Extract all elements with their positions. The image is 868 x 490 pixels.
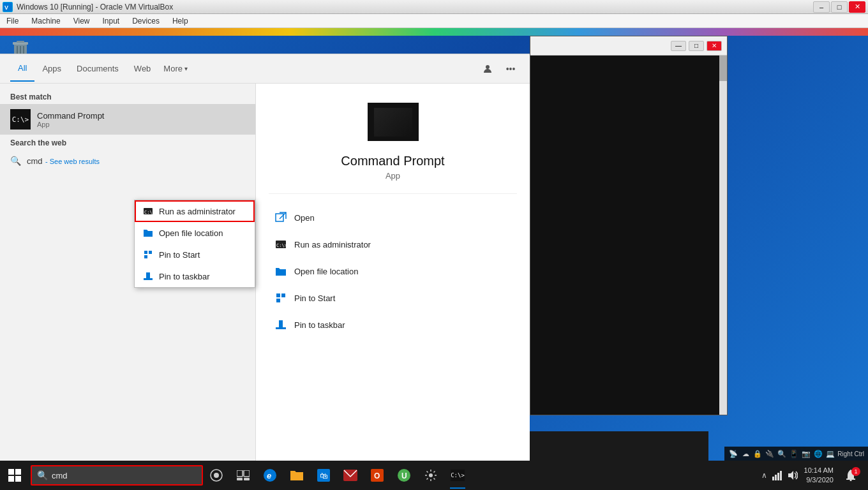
tray-notification-badge: 1 bbox=[851, 467, 860, 476]
detail-action-pin-start[interactable]: Pin to Start bbox=[269, 285, 517, 311]
svg-rect-56 bbox=[780, 471, 782, 480]
svg-rect-22 bbox=[144, 278, 153, 280]
tray-strip-icon-7[interactable]: 📷 bbox=[801, 449, 811, 459]
detail-cmd-icon bbox=[374, 108, 412, 137]
svg-marker-57 bbox=[788, 471, 793, 480]
vm-inner-close[interactable]: ✕ bbox=[707, 41, 722, 51]
search-web-header: Search the web bbox=[0, 135, 255, 150]
tab-all[interactable]: All bbox=[10, 56, 34, 82]
tray-strip-icon-2[interactable]: ☁ bbox=[740, 449, 751, 459]
detail-admin-icon: C:\> bbox=[274, 237, 288, 251]
svg-rect-19 bbox=[144, 251, 147, 254]
vm-inner-maximize[interactable]: □ bbox=[689, 41, 704, 51]
detail-pin-start-icon bbox=[274, 291, 288, 305]
tray-expand-button[interactable]: ∧ bbox=[760, 470, 768, 481]
tab-icons-group: ••• bbox=[479, 60, 520, 78]
vbox-menu-bar: File Machine View Input Devices Help bbox=[0, 14, 868, 28]
taskbar-settings-app[interactable] bbox=[417, 461, 444, 490]
vbox-menu-input[interactable]: Input bbox=[99, 15, 124, 27]
tray-strip-icon-8[interactable]: 🌐 bbox=[813, 449, 823, 459]
vbox-window-controls: – □ ✕ bbox=[813, 1, 865, 13]
vbox-menu-file[interactable]: File bbox=[3, 15, 22, 27]
vm-inner-window: — □ ✕ bbox=[530, 36, 728, 415]
taskbar-search-bar[interactable]: 🔍 bbox=[31, 465, 203, 486]
context-run-admin[interactable]: C:\> Run as administrator bbox=[135, 200, 255, 222]
detail-action-pin-taskbar[interactable]: Pin to taskbar bbox=[269, 311, 517, 338]
detail-action-open-location[interactable]: Open file location bbox=[269, 258, 517, 285]
svg-point-16 bbox=[486, 65, 490, 69]
tray-volume-icon[interactable] bbox=[786, 469, 799, 482]
context-open-location-label: Open file location bbox=[159, 228, 223, 238]
context-run-admin-icon: C:\> bbox=[142, 205, 154, 217]
tray-date: 9/3/2020 bbox=[804, 475, 834, 485]
vm-inner-minimize[interactable]: — bbox=[671, 41, 686, 51]
vbox-maximize-button[interactable]: □ bbox=[831, 1, 848, 13]
start-menu: All Apps Documents Web More ▾ ••• Best m… bbox=[0, 54, 530, 461]
tray-strip-icon-1[interactable]: 📡 bbox=[728, 449, 738, 459]
context-pin-taskbar-label: Pin to taskbar bbox=[159, 272, 210, 281]
taskbar-mail-app[interactable] bbox=[337, 461, 364, 490]
tray-strip-icon-3[interactable]: 🔒 bbox=[752, 449, 763, 459]
context-open-location[interactable]: Open file location bbox=[135, 222, 255, 244]
tab-apps[interactable]: Apps bbox=[34, 56, 69, 81]
svg-rect-29 bbox=[281, 293, 285, 297]
results-detail-panel: Command Prompt App Open bbox=[255, 84, 530, 461]
svg-rect-32 bbox=[279, 320, 283, 327]
context-pin-taskbar[interactable]: Pin to taskbar bbox=[135, 265, 255, 287]
svg-rect-54 bbox=[775, 475, 777, 480]
vbox-menu-help[interactable]: Help bbox=[168, 15, 192, 27]
tab-web[interactable]: Web bbox=[126, 56, 159, 81]
detail-action-open-label: Open bbox=[294, 213, 315, 223]
search-tabs-row: All Apps Documents Web More ▾ ••• bbox=[0, 54, 530, 84]
tab-documents[interactable]: Documents bbox=[69, 56, 126, 81]
detail-action-run-admin[interactable]: C:\> Run as administrator bbox=[269, 231, 517, 258]
context-run-admin-label: Run as administrator bbox=[159, 207, 236, 216]
detail-action-open[interactable]: Open bbox=[269, 204, 517, 231]
detail-pin-taskbar-icon bbox=[274, 318, 288, 332]
system-tray: ∧ 10:14 AM 9/3/2020 bbox=[760, 463, 868, 487]
taskbar-office-app[interactable]: O bbox=[364, 461, 391, 490]
tab-person-icon[interactable] bbox=[479, 60, 497, 78]
taskbar-cmd-app[interactable]: C:\> bbox=[444, 461, 471, 490]
taskbar-edge-app[interactable]: e bbox=[257, 461, 283, 490]
task-view-button[interactable] bbox=[230, 461, 257, 490]
result-item-cmd[interactable]: C:\> Command Prompt App bbox=[0, 104, 255, 135]
vbox-close-button[interactable]: ✕ bbox=[849, 1, 865, 13]
taskbar-green-app[interactable]: U bbox=[391, 461, 417, 490]
tab-ellipsis-icon[interactable]: ••• bbox=[502, 60, 520, 78]
svg-rect-39 bbox=[237, 470, 243, 477]
tray-strip-icon-4[interactable]: 🔌 bbox=[765, 449, 775, 459]
cortana-button[interactable] bbox=[203, 461, 230, 490]
results-list: Best match C:\> Command Prompt App Searc… bbox=[0, 84, 255, 461]
search-results-area: Best match C:\> Command Prompt App Searc… bbox=[0, 84, 530, 461]
tray-strip-icon-6[interactable]: 📱 bbox=[789, 449, 799, 459]
context-pin-start-icon bbox=[142, 249, 154, 260]
vbox-menu-view[interactable]: View bbox=[70, 15, 94, 27]
tray-strip-icon-5[interactable]: 🔍 bbox=[777, 449, 787, 459]
vbox-minimize-button[interactable]: – bbox=[813, 1, 830, 13]
svg-text:C:\>: C:\> bbox=[144, 210, 153, 215]
vm-scrollbar-thumb[interactable] bbox=[719, 56, 727, 81]
svg-rect-23 bbox=[146, 272, 150, 278]
taskbar-store-app[interactable]: 🛍 bbox=[310, 461, 337, 490]
taskbar-search-icon: 🔍 bbox=[37, 470, 48, 480]
taskbar: 🔍 e 🛍 bbox=[0, 461, 868, 490]
tray-strip-icon-9[interactable]: 💻 bbox=[825, 449, 835, 459]
vm-inner-content bbox=[530, 56, 727, 415]
vbox-menu-devices[interactable]: Devices bbox=[128, 15, 163, 27]
taskbar-folder-app[interactable] bbox=[283, 461, 310, 490]
vbox-menu-machine[interactable]: Machine bbox=[27, 15, 64, 27]
vm-scrollbar[interactable] bbox=[719, 56, 727, 415]
start-button[interactable] bbox=[0, 461, 29, 490]
tray-clock[interactable]: 10:14 AM 9/3/2020 bbox=[802, 466, 836, 486]
tab-more[interactable]: More ▾ bbox=[158, 56, 193, 81]
taskbar-search-input[interactable] bbox=[52, 471, 197, 480]
taskbar-cmd-icon-text: C:\> bbox=[451, 472, 465, 479]
web-search-item[interactable]: 🔍 cmd - See web results bbox=[0, 150, 255, 172]
tray-notification-button[interactable]: 1 bbox=[839, 463, 863, 487]
svg-rect-30 bbox=[276, 299, 280, 302]
context-pin-start[interactable]: Pin to Start bbox=[135, 244, 255, 265]
detail-app-icon bbox=[368, 103, 419, 141]
tray-network-icon[interactable] bbox=[771, 469, 784, 482]
svg-point-38 bbox=[214, 473, 219, 478]
